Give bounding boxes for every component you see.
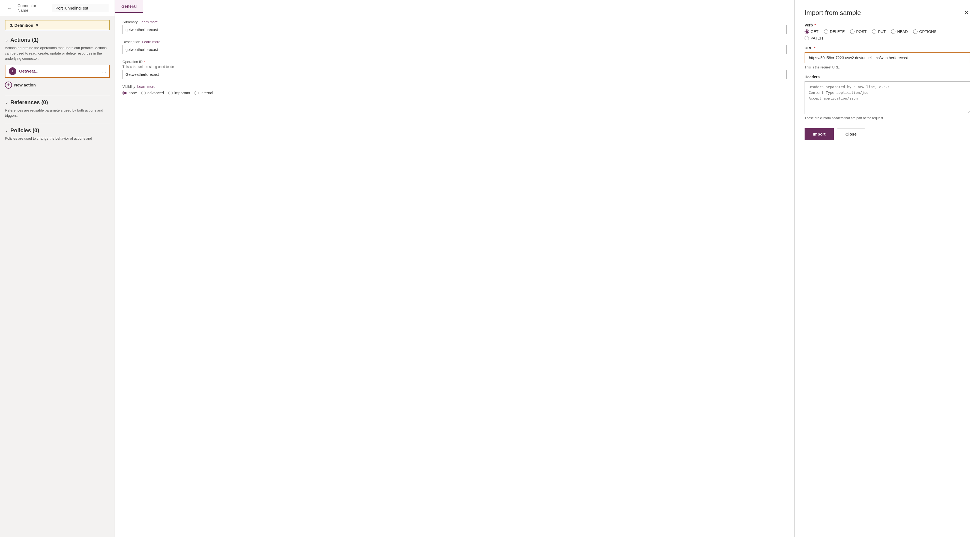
- actions-section: ⌄ Actions (1) Actions determine the oper…: [5, 37, 110, 90]
- verb-post-option[interactable]: POST: [850, 29, 867, 34]
- new-action-button[interactable]: + New action: [5, 80, 36, 90]
- url-input[interactable]: [805, 52, 970, 63]
- tab-general[interactable]: General: [115, 0, 143, 13]
- visibility-none-label: none: [129, 91, 137, 95]
- summary-learn-more-link[interactable]: Learn more: [140, 20, 158, 24]
- verb-options-option[interactable]: OPTIONS: [913, 29, 936, 34]
- action-badge: 1: [9, 67, 16, 75]
- references-section-header: ⌄ References (0): [5, 99, 110, 106]
- summary-input[interactable]: [123, 25, 787, 34]
- verb-head-option[interactable]: HEAD: [891, 29, 908, 34]
- url-field-row: URL * This is the request URL.: [805, 46, 970, 69]
- verb-options-label: OPTIONS: [919, 29, 936, 34]
- visibility-internal-label: internal: [200, 91, 213, 95]
- actions-title: Actions (1): [10, 37, 38, 43]
- headers-field-row: Headers These are custom headers that ar…: [805, 75, 970, 120]
- verb-put-radio[interactable]: [872, 29, 876, 34]
- operation-id-input[interactable]: [123, 70, 787, 79]
- import-panel-title: Import from sample: [805, 9, 861, 17]
- action-label: Getweat...: [19, 69, 100, 73]
- actions-description: Actions determine the operations that us…: [5, 45, 110, 61]
- chevron-down-icon: ∨: [35, 23, 38, 27]
- import-button[interactable]: Import: [805, 128, 834, 140]
- description-learn-more-link[interactable]: Learn more: [142, 40, 160, 44]
- import-panel: Import from sample ✕ Verb * GET DELETE P…: [794, 0, 980, 537]
- visibility-important-option[interactable]: important: [168, 91, 190, 95]
- verb-put-option[interactable]: PUT: [872, 29, 886, 34]
- verb-get-radio[interactable]: [805, 29, 809, 34]
- verb-required-star: *: [815, 23, 816, 27]
- verb-options-radio[interactable]: [913, 29, 918, 34]
- headers-note: These are custom headers that are part o…: [805, 116, 970, 120]
- middle-content: Summary Learn more Description Learn mor…: [115, 13, 794, 102]
- verb-patch-radio[interactable]: [805, 36, 809, 40]
- policies-section: ⌄ Policies (0) Policies are used to chan…: [5, 127, 110, 141]
- visibility-radio-group: none advanced important internal: [123, 91, 787, 95]
- headers-label: Headers: [805, 75, 970, 79]
- visibility-internal-option[interactable]: internal: [194, 91, 213, 95]
- operation-id-required: *: [144, 60, 145, 64]
- references-chevron-icon: ⌄: [5, 100, 8, 105]
- operation-id-note: This is the unique string used to ide: [123, 65, 787, 69]
- verb-head-radio[interactable]: [891, 29, 896, 34]
- headers-textarea[interactable]: [805, 81, 970, 114]
- visibility-advanced-option[interactable]: advanced: [141, 91, 164, 95]
- verb-put-label: PUT: [878, 29, 886, 34]
- middle-panel: General Summary Learn more Description L…: [115, 0, 794, 537]
- verb-radios: GET DELETE POST PUT HEAD OPTIONS: [805, 29, 970, 34]
- verb-patch-option[interactable]: PATCH: [805, 36, 823, 40]
- visibility-advanced-radio[interactable]: [141, 91, 146, 95]
- verb-radios-row2: PATCH: [805, 36, 970, 40]
- top-bar: ← Connector Name: [0, 0, 115, 16]
- left-content: ⌄ Actions (1) Actions determine the oper…: [0, 34, 115, 149]
- description-field-group: Description Learn more: [123, 40, 787, 54]
- visibility-advanced-label: advanced: [147, 91, 164, 95]
- visibility-important-label: important: [174, 91, 190, 95]
- definition-tab-label: 3. Definition: [10, 23, 33, 27]
- verb-delete-radio[interactable]: [824, 29, 828, 34]
- url-label: URL *: [805, 46, 970, 50]
- references-section: ⌄ References (0) References are reusable…: [5, 99, 110, 118]
- references-title: References (0): [10, 99, 48, 106]
- close-panel-button[interactable]: ✕: [963, 8, 970, 17]
- connector-name-label: Connector Name: [18, 3, 48, 13]
- button-row: Import Close: [805, 128, 970, 140]
- visibility-field-group: Visibility Learn more none advanced impo…: [123, 84, 787, 95]
- visibility-learn-more-link[interactable]: Learn more: [137, 84, 155, 89]
- tabs-bar: General: [115, 0, 794, 13]
- action-ellipsis[interactable]: ...: [102, 69, 106, 74]
- summary-field-group: Summary Learn more: [123, 20, 787, 34]
- summary-label: Summary Learn more: [123, 20, 787, 24]
- operation-id-label: Operation ID *: [123, 60, 787, 64]
- verb-get-label: GET: [811, 29, 818, 34]
- verb-delete-option[interactable]: DELETE: [824, 29, 845, 34]
- left-panel: ← Connector Name 3. Definition ∨ ⌄ Actio…: [0, 0, 115, 537]
- verb-get-option[interactable]: GET: [805, 29, 818, 34]
- visibility-label: Visibility Learn more: [123, 84, 787, 89]
- visibility-internal-radio[interactable]: [194, 91, 199, 95]
- description-label: Description Learn more: [123, 40, 787, 44]
- plus-icon: +: [5, 81, 12, 89]
- actions-section-header: ⌄ Actions (1): [5, 37, 110, 43]
- description-input[interactable]: [123, 45, 787, 54]
- import-panel-header: Import from sample ✕: [805, 8, 970, 17]
- definition-tab[interactable]: 3. Definition ∨: [5, 20, 110, 30]
- actions-chevron-icon: ⌄: [5, 38, 8, 42]
- visibility-important-radio[interactable]: [168, 91, 173, 95]
- tab-general-label: General: [121, 4, 137, 8]
- verb-field-row: Verb * GET DELETE POST PUT HEAD: [805, 23, 970, 40]
- url-required-star: *: [814, 46, 815, 50]
- references-description: References are reusable parameters used …: [5, 108, 110, 118]
- verb-post-label: POST: [856, 29, 867, 34]
- verb-post-radio[interactable]: [850, 29, 854, 34]
- visibility-none-radio[interactable]: [123, 91, 127, 95]
- operation-id-field-group: Operation ID * This is the unique string…: [123, 60, 787, 79]
- action-item[interactable]: 1 Getweat... ...: [5, 65, 110, 78]
- close-button[interactable]: Close: [837, 128, 865, 140]
- verb-label: Verb *: [805, 23, 970, 27]
- policies-chevron-icon: ⌄: [5, 128, 8, 133]
- connector-name-input[interactable]: [52, 4, 109, 12]
- visibility-none-option[interactable]: none: [123, 91, 137, 95]
- back-button[interactable]: ←: [5, 4, 13, 12]
- verb-delete-label: DELETE: [830, 29, 845, 34]
